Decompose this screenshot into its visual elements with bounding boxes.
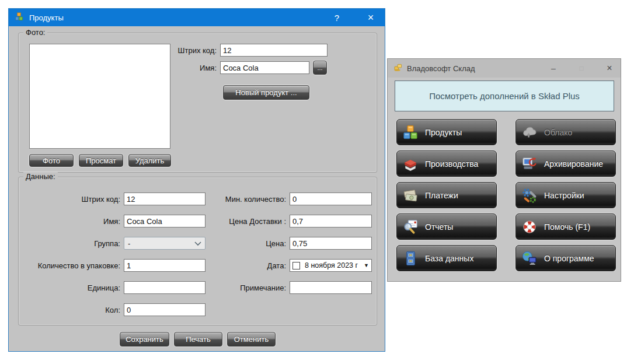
save-button[interactable]: Сохранить [120, 332, 169, 346]
products-window-title: Продукты [29, 13, 64, 22]
delivery-price-label: Цена Доставки : [211, 217, 290, 226]
sklad-plus-banner[interactable]: Посмотреть дополнений в Skład Plus [395, 80, 614, 111]
chevron-down-icon [194, 239, 201, 248]
menu-button-label: Продукты [425, 128, 462, 137]
photo-group-label: Фото: [23, 28, 47, 37]
date-dropdown-arrow-icon[interactable]: ▼ [364, 262, 369, 268]
archive-icon [521, 155, 538, 173]
settings-icon [521, 187, 538, 204]
production-icon [402, 155, 419, 173]
products-window-icon [15, 12, 23, 23]
payments-icon [402, 187, 419, 204]
name-top-label: Имя: [159, 64, 220, 72]
group-select-value: - [128, 239, 130, 248]
cancel-button[interactable]: Отменить [227, 332, 276, 346]
delivery-price-input[interactable] [290, 215, 372, 228]
price-input[interactable] [290, 237, 372, 250]
menu-button-help[interactable]: Помочь (F1) [515, 214, 616, 240]
date-checkbox[interactable] [292, 262, 300, 270]
products-titlebar[interactable]: Продукты ? × [9, 9, 385, 26]
note-input[interactable] [290, 281, 372, 294]
name-top-input[interactable] [220, 61, 309, 74]
window-controls: – □ × [548, 63, 615, 74]
date-label: Дата: [211, 261, 290, 270]
name-input[interactable] [124, 215, 205, 228]
browse-button[interactable]: ... [313, 61, 327, 75]
delete-button[interactable]: Удалить [128, 154, 171, 167]
menu-button-label: Архивирование [544, 159, 603, 169]
group-label: Группа: [25, 239, 124, 248]
menu-button-about[interactable]: О программе [515, 245, 616, 271]
photo-button[interactable]: Фото [29, 154, 74, 167]
cubes-icon [402, 124, 419, 141]
quantity-input[interactable] [124, 303, 205, 316]
close-button[interactable]: × [604, 63, 615, 74]
date-picker[interactable]: 8 ноября 2023 г ▼ [290, 259, 372, 272]
products-window: Продукты ? × Фото: Фото Просмат Удалить … [8, 8, 385, 352]
minimize-button[interactable]: – [548, 64, 559, 73]
desktop: Продукты ? × Фото: Фото Просмат Удалить … [0, 0, 627, 364]
menu-button-database[interactable]: База данных [396, 245, 497, 271]
photo-group: Фото: Фото Просмат Удалить Штрих код: Им… [18, 33, 377, 173]
help-titlebar-button[interactable]: ? [329, 13, 345, 23]
menu-button-label: Облако [544, 128, 572, 137]
data-group-label: Данные: [23, 172, 58, 181]
new-product-button[interactable]: Новый продукт ... [223, 85, 309, 100]
menu-button-label: Настройки [544, 191, 584, 200]
name-label: Имя: [25, 217, 124, 226]
menu-button-archiving[interactable]: Архивирование [515, 150, 616, 177]
menu-button-label: О программе [544, 254, 594, 263]
menu-button-products[interactable]: Продукты [396, 119, 497, 145]
price-label: Цена: [211, 239, 290, 248]
menu-button-payments[interactable]: Платежи [396, 182, 497, 208]
cloud-icon [521, 124, 538, 141]
photo-preview [29, 44, 170, 149]
barcode-top-label: Штрих код: [159, 46, 220, 55]
menu-button-label: Платежи [425, 191, 458, 200]
products-window-body: Фото: Фото Просмат Удалить Штрих код: Им… [9, 26, 385, 351]
menu-button-label: Отчеты [425, 222, 453, 232]
qty-per-pack-input[interactable] [124, 259, 205, 272]
sklad-window-title: Владовсофт Склад [407, 64, 475, 73]
menu-button-label: База данных [425, 254, 473, 263]
barcode-input[interactable] [124, 192, 205, 205]
menu-button-settings[interactable]: Настройки [515, 182, 616, 208]
menu-button-cloud[interactable]: Облако [515, 119, 616, 145]
print-button[interactable]: Печать [174, 332, 222, 346]
unit-input[interactable] [124, 281, 205, 294]
note-label: Примечание: [211, 284, 290, 292]
sklad-window-body: Посмотреть дополнений в Skład Plus Проду… [388, 78, 621, 281]
help-icon [521, 218, 538, 236]
sklad-window-icon [393, 63, 402, 74]
quantity-label: Кол: [25, 306, 124, 314]
min-quantity-input[interactable] [290, 192, 372, 205]
qty-per-pack-label: Количество в упаковке: [25, 261, 124, 270]
reports-icon [402, 218, 419, 236]
group-select[interactable]: - [124, 237, 205, 250]
menu-button-production[interactable]: Производства [396, 150, 497, 177]
close-titlebar-button[interactable]: × [363, 12, 379, 24]
sklad-titlebar[interactable]: Владовсофт Склад – □ × [388, 59, 621, 78]
barcode-label: Штрих код: [25, 195, 124, 204]
database-icon [402, 250, 419, 267]
view-button[interactable]: Просмат [79, 154, 123, 167]
about-icon [521, 250, 538, 267]
menu-button-label: Производства [425, 159, 478, 169]
menu-button-label: Помочь (F1) [544, 222, 590, 232]
barcode-top-input[interactable] [220, 44, 328, 57]
date-value: 8 ноября 2023 г [305, 261, 358, 270]
min-quantity-label: Мин. количество: [211, 195, 290, 204]
unit-label: Единица: [25, 284, 124, 292]
sklad-main-window: Владовсофт Склад – □ × Посмотреть дополн… [387, 58, 621, 282]
data-group: Данные: Штрих код: Имя: Группа: - [18, 177, 377, 326]
maximize-button[interactable]: □ [576, 64, 587, 72]
menu-button-reports[interactable]: Отчеты [396, 214, 497, 240]
